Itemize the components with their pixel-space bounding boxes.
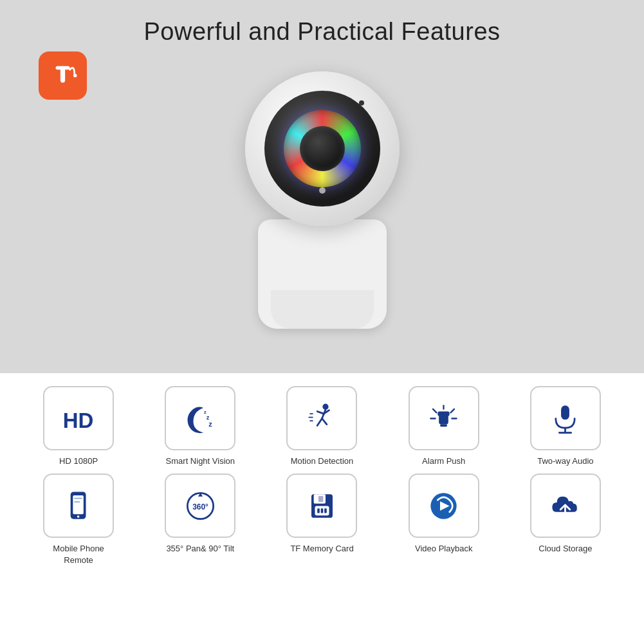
- svg-rect-40: [318, 496, 323, 502]
- page-title: Powerful and Practical Features: [143, 0, 500, 46]
- svg-rect-38: [321, 508, 324, 513]
- svg-rect-39: [324, 508, 327, 513]
- playback-icon-box: [409, 474, 479, 538]
- svg-rect-18: [440, 424, 447, 427]
- night-icon-box: z z z: [165, 386, 235, 450]
- svg-line-9: [317, 411, 324, 414]
- feature-alarm: Alarm Push: [385, 386, 503, 467]
- feature-mobile: Mobile Phone Remote: [19, 474, 138, 566]
- svg-line-19: [433, 409, 437, 412]
- svg-rect-17: [438, 411, 450, 416]
- feature-hd: HD HD 1080P: [19, 386, 138, 467]
- svg-rect-31: [74, 501, 80, 502]
- svg-line-11: [317, 418, 322, 425]
- top-section: Powerful and Practical Features: [0, 0, 644, 373]
- motion-icon-box: [286, 386, 357, 450]
- audio-label: Two-way Audio: [537, 455, 593, 467]
- features-grid: HD HD 1080P z z z Smart Night Vision: [19, 386, 625, 567]
- svg-text:z: z: [208, 420, 212, 428]
- svg-rect-30: [74, 497, 82, 499]
- mobile-label: Mobile Phone Remote: [43, 543, 114, 566]
- alarm-icon-box: [409, 386, 479, 450]
- tf-icon-box: [286, 474, 357, 538]
- svg-rect-37: [317, 508, 320, 513]
- alarm-label: Alarm Push: [422, 455, 465, 467]
- hd-label: HD 1080P: [59, 455, 98, 467]
- camera-image: [219, 52, 425, 348]
- motion-label: Motion Detection: [291, 455, 354, 467]
- feature-tf: TF Memory Card: [262, 474, 381, 566]
- feature-pan: 360° 355° Pan& 90° Tilt: [141, 474, 259, 566]
- svg-text:360°: 360°: [192, 502, 208, 511]
- feature-cloud: Cloud Storage: [506, 474, 625, 566]
- playback-label: Video Playback: [415, 543, 472, 555]
- cloud-label: Cloud Storage: [538, 543, 592, 555]
- svg-text:HD: HD: [62, 408, 93, 432]
- hd-icon-box: HD: [43, 386, 114, 450]
- audio-icon-box: [530, 386, 601, 450]
- svg-line-12: [322, 418, 326, 424]
- pan-icon-box: 360°: [165, 474, 235, 538]
- feature-night: z z z Smart Night Vision: [141, 386, 259, 467]
- feature-motion: Motion Detection: [262, 386, 381, 467]
- svg-line-20: [451, 409, 455, 412]
- bottom-section: HD HD 1080P z z z Smart Night Vision: [0, 373, 644, 644]
- feature-playback: Video Playback: [385, 474, 503, 566]
- svg-rect-1: [60, 66, 65, 83]
- tuya-logo: [39, 51, 87, 100]
- mobile-icon-box: [43, 474, 114, 538]
- svg-point-7: [322, 403, 328, 409]
- night-label: Smart Night Vision: [166, 455, 235, 467]
- svg-rect-24: [561, 405, 569, 419]
- pan-label: 355° Pan& 90° Tilt: [166, 543, 234, 555]
- tf-label: TF Memory Card: [290, 543, 353, 555]
- svg-point-29: [77, 515, 79, 518]
- svg-point-2: [73, 74, 77, 78]
- feature-audio: Two-way Audio: [506, 386, 625, 467]
- cloud-icon-box: [530, 474, 601, 538]
